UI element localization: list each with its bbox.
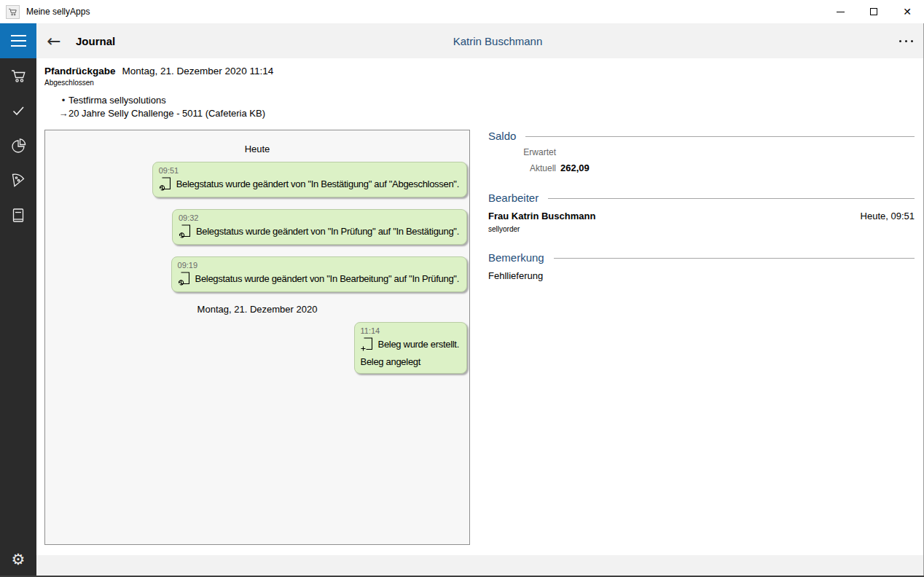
message-time: 09:19 — [178, 261, 459, 270]
section-divider — [525, 136, 915, 137]
message-time: 11:14 — [361, 326, 459, 335]
saldo-label: Aktuell — [488, 163, 556, 173]
message-time: 09:32 — [179, 213, 459, 222]
document-reference-list: • Testfirma sellysolutions → 20 Jahre Se… — [44, 95, 273, 119]
sidebar-item-catering[interactable] — [0, 163, 36, 198]
doc-sync-icon — [179, 224, 191, 238]
window-controls: ✕ — [823, 0, 924, 23]
saldo-section: Saldo Erwartet Aktuell 262,09 — [488, 130, 915, 173]
doc-sync-icon — [159, 177, 171, 191]
title-bar: Meine sellyApps ✕ — [0, 0, 924, 23]
section-divider — [548, 198, 915, 199]
document-type: Pfandrückgabe — [44, 66, 116, 76]
bearbeiter-section: Bearbeiter Frau Katrin Buschmann Heute, … — [488, 192, 915, 233]
maximize-icon[interactable] — [857, 0, 890, 23]
message-subtext: Beleg angelegt — [361, 356, 459, 367]
document-header: PfandrückgabeMontag, 21. Dezember 2020 1… — [44, 66, 273, 119]
bemerkung-section: Bemerkung Fehllieferung — [488, 251, 915, 281]
sidebar-item-statistics[interactable] — [0, 128, 36, 163]
bemerkung-section-title: Bemerkung — [488, 251, 544, 264]
day-separator: Heute — [45, 144, 469, 154]
day-separator: Montag, 21. Dezember 2020 — [45, 304, 469, 315]
bearbeiter-row: Frau Katrin Buschmann Heute, 09:51 — [488, 211, 915, 221]
saldo-row-aktuell: Aktuell 262,09 — [488, 162, 915, 173]
page-title: Journal — [76, 23, 115, 58]
message-text: Belegstatus wurde geändert von "In Bearb… — [195, 273, 459, 284]
pie-chart-icon — [9, 137, 27, 154]
message-time: 09:51 — [159, 166, 459, 175]
saldo-section-title: Saldo — [488, 130, 516, 142]
saldo-row-erwartet: Erwartet — [488, 147, 915, 157]
customer-name-title: Katrin Buschmann — [453, 23, 543, 58]
message-text: Belegstatus wurde geändert von "In Bestä… — [176, 178, 459, 189]
window-title: Meine sellyApps — [26, 7, 90, 17]
app-icon — [6, 5, 20, 19]
journal-message[interactable]: 09:32 Belegstatus wurde geändert von "In… — [172, 209, 467, 245]
journal-timeline-panel[interactable]: Heute 09:51 Belegstatus wurde geändert v… — [44, 130, 470, 545]
gear-icon: ⚙ — [12, 552, 26, 568]
sidebar-item-settings[interactable]: ⚙ — [0, 545, 36, 574]
bemerkung-text: Fehllieferung — [488, 270, 915, 281]
journal-message[interactable]: 09:51 Belegstatus wurde geändert von "In… — [152, 162, 467, 197]
hamburger-menu-button[interactable] — [0, 23, 36, 58]
list-item: • Testfirma sellysolutions — [44, 95, 273, 106]
company-name: Testfirma sellysolutions — [68, 95, 166, 106]
sidebar-item-orders[interactable] — [0, 58, 36, 93]
app-header-bar: ← Journal Katrin Buschmann — [0, 23, 924, 58]
arrow-marker: → — [58, 108, 68, 119]
journal-message[interactable]: 11:14 Beleg wurde erstellt. Beleg angele… — [354, 322, 467, 374]
project-name: 20 Jahre Selly Challenge - 5011 (Cafeter… — [68, 108, 265, 119]
sidebar-item-journal[interactable] — [0, 198, 36, 233]
journal-message[interactable]: 09:19 Belegstatus wurde geändert von "In… — [171, 256, 467, 292]
doc-add-icon — [361, 337, 373, 351]
saldo-label: Erwartet — [488, 147, 556, 157]
document-status: Abgeschlossen — [44, 79, 273, 87]
navigation-sidebar: ⚙ — [0, 58, 36, 577]
bullet-marker: • — [58, 95, 68, 106]
back-button[interactable]: ← — [42, 23, 66, 58]
message-text: Belegstatus wurde geändert von "In Prüfu… — [196, 226, 459, 237]
list-item: → 20 Jahre Selly Challenge - 5011 (Cafet… — [44, 108, 273, 119]
bearbeiter-source-app: sellyorder — [488, 225, 915, 233]
document-title-line: PfandrückgabeMontag, 21. Dezember 2020 1… — [44, 66, 273, 76]
close-icon[interactable]: ✕ — [890, 0, 924, 23]
pizza-icon — [9, 172, 27, 189]
section-divider — [554, 258, 915, 259]
hamburger-icon — [11, 35, 26, 36]
ellipsis-icon — [899, 40, 901, 42]
check-icon — [9, 102, 27, 119]
book-icon — [9, 207, 27, 224]
sidebar-item-tasks[interactable] — [0, 93, 36, 128]
document-datetime: Montag, 21. Dezember 2020 11:14 — [122, 66, 274, 76]
bearbeiter-timestamp: Heute, 09:51 — [861, 211, 915, 221]
doc-sync-icon — [178, 272, 190, 286]
bearbeiter-name: Frau Katrin Buschmann — [488, 211, 595, 221]
saldo-value: 262,09 — [560, 162, 590, 173]
message-text: Beleg wurde erstellt. — [378, 339, 459, 350]
bearbeiter-section-title: Bearbeiter — [488, 192, 539, 204]
cart-icon — [9, 67, 27, 85]
minimize-icon[interactable] — [823, 0, 857, 23]
more-options-button[interactable] — [899, 23, 913, 58]
footer-bar — [36, 555, 924, 576]
